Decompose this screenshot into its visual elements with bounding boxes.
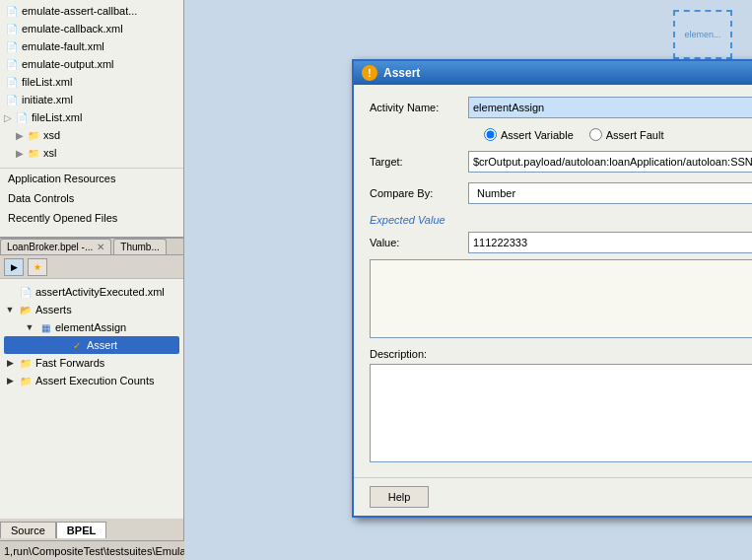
file-tree: 📄 emulate-assert-callbat... 📄 emulate-ca… bbox=[0, 0, 183, 164]
main-area: elemen... ! Assert ✕ Activity Name: 🔍 bbox=[184, 0, 752, 560]
tree-item-emulate-fault[interactable]: 📄 emulate-fault.xml bbox=[0, 37, 183, 55]
value-row: Value: bbox=[370, 232, 752, 253]
target-row: Target: 🔍 bbox=[370, 151, 752, 173]
left-panel: 📄 emulate-assert-callbat... 📄 emulate-ca… bbox=[0, 0, 184, 560]
toolbar-btn-run[interactable]: ▶ bbox=[4, 258, 24, 276]
tree-item-filelist[interactable]: 📄 fileList.xml bbox=[0, 73, 183, 91]
assert-fault-radio[interactable] bbox=[589, 128, 602, 141]
value-label: Value: bbox=[370, 237, 468, 248]
nav-item-app-resources[interactable]: Application Resources bbox=[0, 169, 183, 188]
help-button[interactable]: Help bbox=[370, 486, 429, 508]
expand-icon bbox=[4, 286, 16, 298]
tree-node-assert-executed[interactable]: 📄 assertActivityExecuted.xml bbox=[4, 283, 179, 301]
dialog-title: Assert bbox=[383, 66, 420, 80]
folder-icon: 📂 bbox=[18, 302, 34, 317]
activity-name-row: Activity Name: 🔍 bbox=[370, 97, 752, 118]
target-label: Target: bbox=[370, 156, 468, 168]
xml-icon: 📄 bbox=[4, 38, 20, 54]
tree-node-assert[interactable]: ✓ Assert bbox=[4, 336, 179, 354]
xml-icon: 📄 bbox=[14, 109, 30, 125]
expand-icon bbox=[55, 339, 67, 351]
loanbroker-tab[interactable]: LoanBroker.bpel -... ✕ bbox=[0, 239, 111, 254]
expected-value-section-label: Expected Value bbox=[370, 214, 752, 226]
tree-item-filelist-node[interactable]: ▷ 📄 fileList.xml bbox=[0, 108, 183, 126]
tree-item-emulate-output[interactable]: 📄 emulate-output.xml bbox=[0, 55, 183, 73]
expand-icon: ▶ bbox=[4, 375, 16, 386]
value-input[interactable] bbox=[468, 232, 752, 253]
tree-item-emulate-assert[interactable]: 📄 emulate-assert-callbat... bbox=[0, 2, 183, 20]
tree-item-xsl[interactable]: ▶ 📁 xsl bbox=[0, 144, 183, 162]
assert-fault-radio-label[interactable]: Assert Fault bbox=[589, 128, 664, 141]
dialog-body: Activity Name: 🔍 Assert Variable Assert … bbox=[354, 85, 752, 477]
bottom-tab-row: Source BPEL bbox=[0, 519, 183, 540]
description-label: Description: bbox=[370, 348, 752, 360]
expand-icon: ▼ bbox=[4, 304, 16, 315]
tree-node-assert-execution-counts[interactable]: ▶ 📁 Assert Execution Counts bbox=[4, 372, 179, 389]
source-tab[interactable]: Source bbox=[0, 522, 56, 538]
tab-close-icon[interactable]: ✕ bbox=[97, 242, 104, 252]
tree-content: 📄 assertActivityExecuted.xml ▼ 📂 Asserts… bbox=[0, 279, 183, 393]
expected-value-section: Expected Value Value: bbox=[370, 214, 752, 338]
expand-icon: ▷ bbox=[4, 112, 12, 123]
activity-name-label: Activity Name: bbox=[370, 102, 468, 113]
bpel-tab[interactable]: BPEL bbox=[56, 522, 106, 538]
small-toolbar: ▶ ★ bbox=[0, 255, 183, 279]
assert-icon: ✓ bbox=[69, 337, 85, 353]
nav-item-data-controls[interactable]: Data Controls bbox=[0, 188, 183, 208]
dialog-footer: Help OK Cancel bbox=[354, 477, 752, 516]
node-icon: ▦ bbox=[37, 319, 53, 335]
nav-item-recently-opened[interactable]: Recently Opened Files bbox=[0, 208, 183, 228]
activity-name-input[interactable] bbox=[468, 97, 752, 118]
dashed-element-box: elemen... bbox=[673, 10, 732, 59]
tree-node-fast-forwards[interactable]: ▶ 📁 Fast Forwards bbox=[4, 354, 179, 372]
folder-icon: 📁 bbox=[26, 145, 41, 161]
dialog-icon: ! bbox=[362, 65, 377, 81]
assert-variable-radio-label[interactable]: Assert Variable bbox=[484, 128, 574, 141]
tree-item-initiate[interactable]: 📄 initiate.xml bbox=[0, 91, 183, 108]
tree-item-emulate-callback[interactable]: 📄 emulate-callback.xml bbox=[0, 20, 183, 37]
toolbar-btn-star[interactable]: ★ bbox=[28, 258, 47, 276]
tab-row: LoanBroker.bpel -... ✕ Thumb... bbox=[0, 239, 183, 255]
folder-icon: 📁 bbox=[18, 373, 34, 388]
assert-dialog: ! Assert ✕ Activity Name: 🔍 Assert Varia… bbox=[352, 59, 752, 518]
compare-by-select[interactable]: Number String Boolean Date bbox=[468, 182, 752, 204]
description-textarea[interactable] bbox=[370, 364, 752, 462]
radio-row: Assert Variable Assert Fault bbox=[370, 128, 752, 141]
xml-icon: 📄 bbox=[4, 3, 20, 19]
xml-icon: 📄 bbox=[4, 74, 20, 90]
dialog-title-bar: ! Assert ✕ bbox=[354, 61, 752, 85]
tree-node-asserts[interactable]: ▼ 📂 Asserts bbox=[4, 301, 179, 318]
compare-by-row: Compare By: Number String Boolean Date bbox=[370, 182, 752, 204]
description-section: Description: bbox=[370, 348, 752, 465]
value-area bbox=[370, 259, 752, 338]
assert-variable-radio[interactable] bbox=[484, 128, 497, 141]
thumb-tab[interactable]: Thumb... bbox=[113, 239, 166, 254]
expand-icon: ▼ bbox=[24, 321, 35, 333]
target-input[interactable] bbox=[468, 151, 752, 173]
nav-section: Application Resources Data Controls Rece… bbox=[0, 168, 183, 228]
xml-icon: 📄 bbox=[4, 21, 20, 36]
compare-by-label: Compare By: bbox=[370, 187, 468, 199]
expand-icon: ▶ bbox=[16, 148, 24, 159]
xml-icon: 📄 bbox=[4, 92, 20, 107]
folder-icon: 📁 bbox=[18, 355, 34, 371]
folder-icon: 📁 bbox=[26, 127, 41, 143]
bottom-left-panel: LoanBroker.bpel -... ✕ Thumb... ▶ ★ 📄 as… bbox=[0, 237, 183, 540]
tree-node-element-assign[interactable]: ▼ ▦ elementAssign bbox=[4, 318, 179, 336]
tree-item-xsd[interactable]: ▶ 📁 xsd bbox=[0, 126, 183, 144]
xml-icon: 📄 bbox=[4, 56, 20, 72]
expand-icon: ▶ bbox=[4, 357, 16, 369]
expand-icon: ▶ bbox=[16, 130, 24, 141]
xml-icon: 📄 bbox=[18, 284, 34, 300]
dialog-title-left: ! Assert bbox=[362, 65, 420, 81]
